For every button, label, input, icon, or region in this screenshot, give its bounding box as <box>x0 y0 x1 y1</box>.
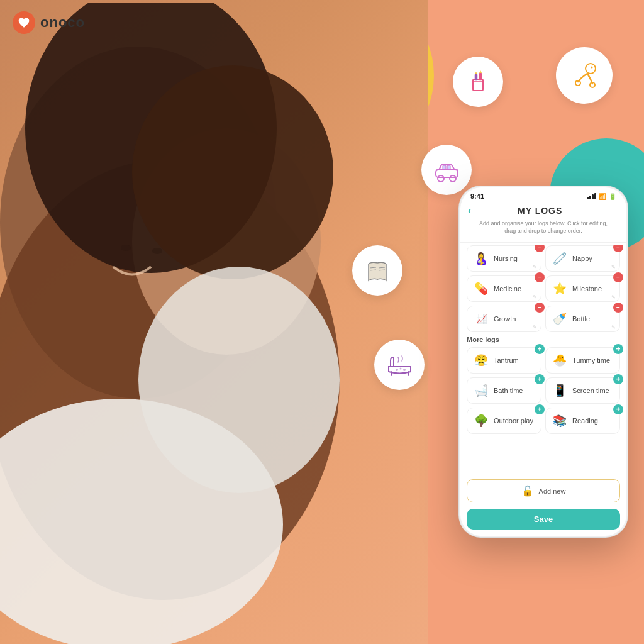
add-new-button[interactable]: 🔓 Add new <box>467 479 620 502</box>
bath-time-label: Bath time <box>494 387 536 394</box>
photo-area <box>0 0 428 644</box>
more-logs-grid: + 😤 Tantrum + 🐣 Tummy time + 🛁 Bath time <box>467 347 620 434</box>
status-bar: 9:41 📶 🔋 <box>460 187 626 203</box>
nappy-label: Nappy <box>572 255 614 262</box>
bottle-icon: 🍼 <box>551 310 569 328</box>
status-time: 9:41 <box>470 192 484 200</box>
log-item-milestone[interactable]: − ⭐ Milestone ✎ <box>545 275 620 302</box>
milestone-icon: ⭐ <box>551 280 569 297</box>
tantrum-label: Tantrum <box>494 357 536 364</box>
active-logs-grid: − 🤱 Nursing ✎ − 🧷 Nappy ✎ − 💊 M <box>467 245 620 332</box>
add-reading-button[interactable]: + <box>613 404 623 414</box>
add-outdoor-play-button[interactable]: + <box>535 404 545 414</box>
growth-icon: 📈 <box>472 310 490 328</box>
svg-marker-13 <box>475 72 477 74</box>
screen-title: MY LOGS <box>471 206 609 216</box>
float-baby-icon <box>556 47 613 104</box>
svg-point-8 <box>152 248 162 254</box>
svg-rect-9 <box>473 79 483 91</box>
phone-mockup: 9:41 📶 🔋 ‹ MY LOGS <box>458 186 628 538</box>
add-new-label: Add new <box>539 487 566 495</box>
tantrum-icon: 😤 <box>472 352 490 369</box>
log-item-tantrum[interactable]: + 😤 Tantrum <box>467 347 541 374</box>
remove-nursing-button[interactable]: − <box>535 245 545 252</box>
svg-rect-12 <box>479 73 482 80</box>
more-logs-label: More logs <box>467 336 620 343</box>
log-item-growth[interactable]: − 📈 Growth ✎ <box>467 306 541 332</box>
svg-rect-24 <box>447 165 450 169</box>
logo[interactable]: onoco <box>13 11 85 34</box>
nursing-edit-icon: ✎ <box>533 264 537 270</box>
mother-baby-silhouette <box>0 3 428 644</box>
phone-nav: ‹ MY LOGS <box>460 203 626 220</box>
nappy-edit-icon: ✎ <box>611 264 616 270</box>
add-bath-time-button[interactable]: + <box>535 374 545 384</box>
wifi-icon: 📶 <box>599 193 606 200</box>
signal-icon <box>587 193 596 199</box>
milestone-edit-icon: ✎ <box>611 294 616 300</box>
log-item-bath-time[interactable]: + 🛁 Bath time <box>467 377 541 404</box>
log-item-outdoor-play[interactable]: + 🌳 Outdoor play <box>467 408 541 434</box>
svg-point-32 <box>396 369 398 371</box>
svg-point-34 <box>403 369 406 371</box>
bottle-edit-icon: ✎ <box>611 325 616 330</box>
log-item-medicine[interactable]: − 💊 Medicine ✎ <box>467 275 541 302</box>
remove-milestone-button[interactable]: − <box>613 272 623 282</box>
float-bathtub-icon <box>374 340 425 390</box>
reading-icon: 📚 <box>551 412 569 430</box>
growth-edit-icon: ✎ <box>533 325 537 330</box>
milestone-label: Milestone <box>572 285 614 292</box>
svg-point-7 <box>121 245 131 251</box>
phone-screen: 9:41 📶 🔋 ‹ MY LOGS <box>460 187 626 536</box>
log-item-bottle[interactable]: − 🍼 Bottle ✎ <box>545 306 620 332</box>
svg-point-33 <box>399 367 401 369</box>
svg-point-20 <box>438 175 444 182</box>
logs-section: − 🤱 Nursing ✎ − 🧷 Nappy ✎ − 💊 M <box>460 245 626 475</box>
remove-medicine-button[interactable]: − <box>535 272 545 282</box>
outdoor-play-label: Outdoor play <box>494 417 536 425</box>
nappy-icon: 🧷 <box>551 250 569 267</box>
log-item-tummy-time[interactable]: + 🐣 Tummy time <box>545 347 620 374</box>
remove-bottle-button[interactable]: − <box>613 303 623 313</box>
add-tummy-time-button[interactable]: + <box>613 344 623 354</box>
screen-subtitle: Add and organise your logs below. Click … <box>460 220 626 240</box>
float-book-icon <box>352 245 402 296</box>
nursing-icon: 🤱 <box>472 250 490 267</box>
divider <box>460 242 626 243</box>
svg-point-16 <box>591 67 593 69</box>
battery-icon: 🔋 <box>609 193 616 200</box>
svg-marker-14 <box>479 70 482 73</box>
log-item-nursing[interactable]: − 🤱 Nursing ✎ <box>467 245 541 272</box>
log-item-reading[interactable]: + 📚 Reading <box>545 408 620 434</box>
save-button[interactable]: Save <box>467 509 620 530</box>
bath-time-icon: 🛁 <box>472 382 490 399</box>
nursing-label: Nursing <box>494 255 536 262</box>
growth-label: Growth <box>494 315 536 323</box>
lock-add-icon: 🔓 <box>521 485 534 497</box>
svg-point-21 <box>450 175 456 182</box>
reading-label: Reading <box>572 417 614 425</box>
log-item-nappy[interactable]: − 🧷 Nappy ✎ <box>545 245 620 272</box>
medicine-icon: 💊 <box>472 280 490 297</box>
svg-point-15 <box>586 64 596 74</box>
svg-rect-23 <box>443 165 446 169</box>
phone-shell: 9:41 📶 🔋 ‹ MY LOGS <box>458 186 628 538</box>
tummy-time-label: Tummy time <box>572 357 614 364</box>
svg-point-4 <box>132 65 333 279</box>
logo-icon <box>13 11 35 34</box>
add-tantrum-button[interactable]: + <box>535 344 545 354</box>
outdoor-play-icon: 🌳 <box>472 412 490 430</box>
screen-time-label: Screen time <box>572 387 614 394</box>
status-icons: 📶 🔋 <box>587 193 616 200</box>
screen-time-icon: 📱 <box>551 382 569 399</box>
tummy-time-icon: 🐣 <box>551 352 569 369</box>
add-screen-time-button[interactable]: + <box>613 374 623 384</box>
log-item-screen-time[interactable]: + 📱 Screen time <box>545 377 620 404</box>
heart-icon <box>18 16 30 29</box>
remove-growth-button[interactable]: − <box>535 303 545 313</box>
svg-rect-11 <box>475 74 477 80</box>
medicine-label: Medicine <box>494 285 536 292</box>
svg-point-6 <box>138 267 340 493</box>
remove-nappy-button[interactable]: − <box>613 245 623 252</box>
medicine-edit-icon: ✎ <box>533 294 537 300</box>
